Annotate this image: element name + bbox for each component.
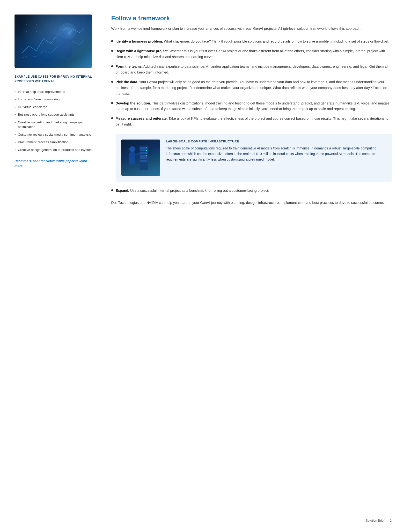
footer: Solution Brief | 2 — [366, 519, 392, 522]
infra-title: LARGE-SCALE COMPUTE INFRASTRUCTURE — [166, 140, 386, 143]
bullet-content: Identify a business problem. What challe… — [116, 39, 389, 45]
bullet-bold: Begin with a lighthouse project. — [116, 49, 168, 53]
bullet-dot — [111, 102, 113, 104]
bullet-bold: Pick the data. — [116, 80, 138, 84]
bullet-item-5: Develop the solution. This part involves… — [111, 99, 392, 114]
svg-rect-17 — [140, 160, 148, 162]
list-item: HR virtual concierge — [15, 103, 97, 111]
svg-point-19 — [146, 150, 147, 151]
bullet-item-3: Form the teams. Add technical expertise … — [111, 62, 392, 77]
list-item: Creative marketing and marketing campaig… — [15, 118, 97, 131]
infra-text-column: LARGE-SCALE COMPUTE INFRASTRUCTURE The s… — [166, 140, 386, 162]
section-title: Follow a framework — [111, 15, 392, 22]
list-item: Business operations support assistants — [15, 111, 97, 118]
infra-svg — [122, 141, 159, 175]
bullet-content: Expand. Use a successful internal projec… — [116, 188, 269, 194]
sidebar-hero-image — [15, 15, 92, 68]
svg-point-20 — [146, 152, 147, 153]
bullet-item-2: Begin with a lighthouse project. Whether… — [111, 47, 392, 62]
bullet-item-1: Identify a business problem. What challe… — [111, 37, 392, 47]
footer-label: Solution Brief — [366, 519, 384, 522]
svg-rect-23 — [129, 152, 135, 164]
bullet-content: Begin with a lighthouse project. Whether… — [116, 48, 392, 60]
intro-text: Work from a well-defined framework or pl… — [111, 26, 392, 31]
bullet-item-6: Measure success and reiterate. Take a lo… — [111, 114, 392, 129]
bullet-content: Measure success and reiterate. Take a lo… — [116, 116, 392, 127]
bullet-text: Your GenAI project will only be as good … — [116, 80, 387, 95]
expand-bold: Expand. — [116, 189, 129, 192]
closing-text: Dell Technologies and NVIDIA can help yo… — [111, 200, 392, 206]
svg-rect-16 — [140, 157, 148, 159]
infra-body: The sheer scale of computations required… — [166, 146, 386, 162]
bullet-dot — [111, 40, 113, 42]
sidebar-list: Internal help desk improvements Log scan… — [15, 88, 97, 154]
list-item: Customer review / social media sentiment… — [15, 131, 97, 139]
bullet-text: This part involves customizations, model… — [116, 101, 390, 111]
bullet-content: Form the teams. Add technical expertise … — [116, 64, 392, 76]
bullet-text: Add technical expertise to data science,… — [116, 65, 388, 74]
bullet-bold: Measure success and reiterate. — [116, 116, 168, 120]
bullet-item-4: Pick the data. Your GenAI project will o… — [111, 77, 392, 99]
footer-page: 2 — [390, 519, 392, 522]
main-content: Follow a framework Work from a well-defi… — [111, 15, 392, 517]
list-item: Procurement process simplification — [15, 138, 97, 146]
bullet-dot — [111, 65, 113, 67]
bullet-dot — [111, 50, 113, 52]
svg-point-21 — [146, 155, 147, 156]
svg-point-18 — [146, 147, 147, 148]
infra-box: LARGE-SCALE COMPUTE INFRASTRUCTURE The s… — [116, 134, 392, 182]
svg-rect-24 — [135, 153, 140, 155]
infra-image — [121, 140, 160, 176]
sidebar: EXAMPLE USE CASES FOR IMPROVING INTERNAL… — [15, 15, 97, 517]
list-item: Creative design generation of products a… — [15, 146, 97, 154]
bullet-bold: Form the teams. — [116, 65, 143, 68]
list-item: Log scans / event monitoring — [15, 95, 97, 103]
sidebar-title: EXAMPLE USE CASES FOR IMPROVING INTERNAL… — [15, 75, 97, 84]
bullet-dot — [111, 189, 113, 191]
bullet-dot — [111, 81, 113, 83]
list-item: Internal help desk improvements — [15, 88, 97, 96]
bullet-content: Pick the data. Your GenAI project will o… — [116, 79, 392, 97]
bullet-content: Develop the solution. This part involves… — [116, 101, 392, 112]
bullet-bold: Identify a business problem. — [116, 39, 163, 43]
expand-bullet-list: Expand. Use a successful internal projec… — [111, 186, 392, 196]
footer-separator: | — [386, 519, 389, 522]
whitepaper-link[interactable]: Read the 'GenAI for Retail' white paper … — [15, 159, 97, 169]
framework-bullets: Identify a business problem. What challe… — [111, 37, 392, 129]
bullet-bold: Develop the solution. — [116, 101, 151, 105]
expand-bullet-item: Expand. Use a successful internal projec… — [111, 186, 392, 196]
bullet-dot — [111, 117, 113, 119]
svg-point-22 — [129, 146, 135, 152]
bullet-text: What challenges do you face? Think throu… — [163, 39, 389, 43]
expand-text: Use a successful internal project as a b… — [129, 189, 269, 192]
